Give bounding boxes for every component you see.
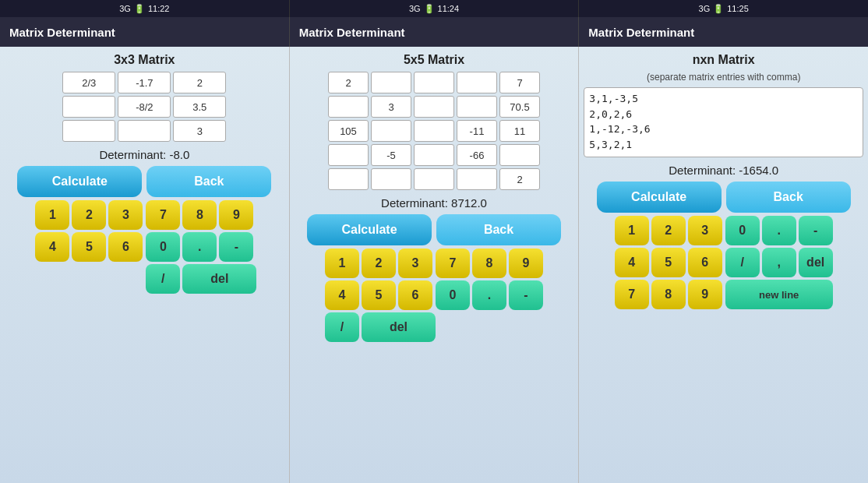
key5-1[interactable]: 1 [325,249,359,278]
key5-del[interactable]: del [362,312,436,342]
cell5-1-0[interactable] [328,96,369,118]
keyn-5[interactable]: 5 [651,248,686,277]
keyn-9[interactable]: 9 [688,280,722,309]
cell5-3-2[interactable] [414,144,454,166]
cell5-0-3[interactable] [457,72,497,93]
keyn-del[interactable]: del [799,248,833,277]
cell5-2-2[interactable] [414,120,454,142]
key5-2[interactable]: 2 [362,249,396,278]
cell5-0-0[interactable]: 2 [328,72,369,93]
back-button-1[interactable]: Back [146,166,271,197]
keyn-0[interactable]: 0 [725,216,760,245]
app-title-3: Matrix Determinant [588,26,694,39]
back-button-2[interactable]: Back [436,214,561,245]
keyn-6[interactable]: 6 [688,248,722,277]
key-del[interactable]: del [182,264,256,294]
cell5-1-1[interactable]: 3 [371,96,411,118]
numpad-1: 1 2 3 4 5 6 7 8 9 0 . - / del [35,200,253,294]
cell5-0-1[interactable] [371,72,411,93]
key-1[interactable]: 1 [35,200,69,230]
time-1: 11:22 [148,4,170,13]
nxn-input[interactable]: 3,1,-3,5 2,0,2,6 1,-12,-3,6 5,3,2,1 [584,87,863,157]
key5-minus[interactable]: - [509,280,543,310]
key-minus[interactable]: - [219,232,253,262]
cell5-3-3[interactable]: -66 [457,144,497,166]
key5-3[interactable]: 3 [398,249,432,278]
status-panel-3: 3G 🔋 11:25 [579,0,868,17]
cell5-2-3[interactable]: -11 [457,120,497,142]
key5-dot[interactable]: . [472,280,506,310]
action-buttons-1: Calculate Back [5,166,284,197]
key5-5[interactable]: 5 [362,280,396,310]
panel-3x3: 3x3 Matrix 2/3 -1.7 2 -8/2 3.5 3 Determi… [0,47,290,483]
key-0[interactable]: 0 [146,232,180,262]
key-5[interactable]: 5 [72,232,106,262]
cell-0-2[interactable]: 2 [173,72,226,93]
cell-2-1[interactable] [118,120,171,142]
key-9[interactable]: 9 [219,200,253,230]
key5-9[interactable]: 9 [509,249,543,278]
signal-3: 3G [699,4,711,13]
app-header-1: Matrix Determinant [0,17,290,47]
action-buttons-2: Calculate Back [295,214,574,245]
keyn-3[interactable]: 3 [688,216,722,245]
keyn-slash[interactable]: / [725,248,760,277]
keyn-minus[interactable]: - [799,216,833,245]
cell5-3-0[interactable] [328,144,369,166]
calculate-button-2[interactable]: Calculate [307,214,432,245]
app-headers: Matrix Determinant Matrix Determinant Ma… [0,17,868,47]
key5-slash[interactable]: / [325,312,359,342]
key5-4[interactable]: 4 [325,280,359,310]
cell-1-2[interactable]: 3.5 [173,96,226,118]
key5-7[interactable]: 7 [436,249,470,278]
cell5-3-4[interactable] [499,144,540,166]
calculate-button-1[interactable]: Calculate [17,166,142,197]
key-6[interactable]: 6 [108,232,143,262]
keyn-2[interactable]: 2 [651,216,686,245]
determinant-2: Determinant: 8712.0 [381,196,487,210]
cell-2-0[interactable] [62,120,115,142]
key-7[interactable]: 7 [146,200,180,230]
cell5-2-4[interactable]: 11 [499,120,540,142]
key-slash[interactable]: / [146,264,180,294]
cell5-1-4[interactable]: 70.5 [499,96,540,118]
key-3[interactable]: 3 [108,200,143,230]
cell5-3-1[interactable]: -5 [371,144,411,166]
cell5-4-0[interactable] [328,168,369,190]
cell-0-1[interactable]: -1.7 [118,72,171,93]
back-button-3[interactable]: Back [726,182,851,213]
key-dot[interactable]: . [182,232,217,262]
cell5-1-3[interactable] [457,96,497,118]
key-4[interactable]: 4 [35,232,69,262]
key-2[interactable]: 2 [72,200,106,230]
cell5-1-2[interactable] [414,96,454,118]
keyn-8[interactable]: 8 [651,280,686,309]
keyn-newline[interactable]: new line [725,280,833,309]
app-header-2: Matrix Determinant [290,17,580,47]
key5-8[interactable]: 8 [472,249,506,278]
key-8[interactable]: 8 [182,200,217,230]
key5-6[interactable]: 6 [398,280,432,310]
keyn-comma[interactable]: , [762,248,796,277]
cell5-4-4[interactable]: 2 [499,168,540,190]
cell-1-1[interactable]: -8/2 [118,96,171,118]
keyn-7[interactable]: 7 [615,280,649,309]
calculate-button-3[interactable]: Calculate [597,182,722,213]
cell5-4-2[interactable] [414,168,454,190]
panel-2-title: 5x5 Matrix [404,53,464,67]
matrix-3x3-grid: 2/3 -1.7 2 -8/2 3.5 3 [62,72,226,142]
cell5-2-0[interactable]: 105 [328,120,369,142]
cell5-0-2[interactable] [414,72,454,93]
cell5-2-1[interactable] [371,120,411,142]
status-bar: 3G 🔋 11:22 3G 🔋 11:24 3G 🔋 11:25 [0,0,868,17]
key5-0[interactable]: 0 [436,280,470,310]
keyn-4[interactable]: 4 [615,248,649,277]
cell-1-0[interactable] [62,96,115,118]
cell5-0-4[interactable]: 7 [499,72,540,93]
keyn-1[interactable]: 1 [615,216,649,245]
cell5-4-1[interactable] [371,168,411,190]
cell-0-0[interactable]: 2/3 [62,72,115,93]
cell5-4-3[interactable] [457,168,497,190]
cell-2-2[interactable]: 3 [173,120,226,142]
keyn-dot[interactable]: . [762,216,796,245]
